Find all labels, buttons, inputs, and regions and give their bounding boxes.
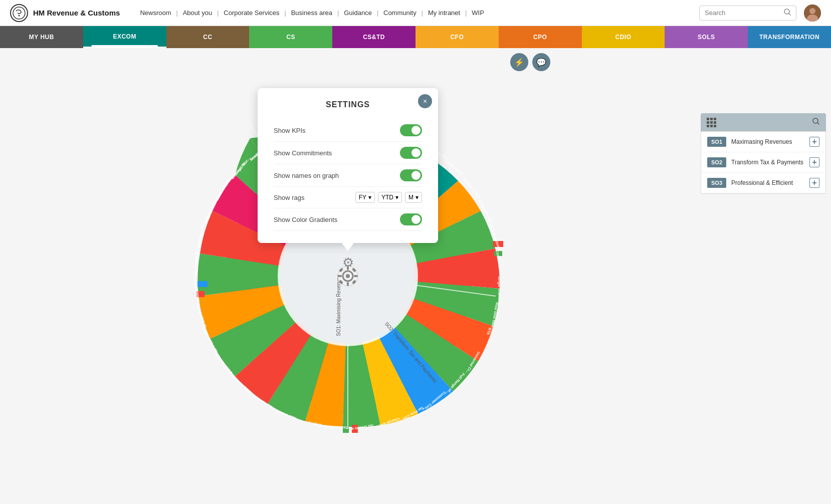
show-color-gradients-toggle[interactable]	[400, 213, 422, 225]
so3-item: SO3 Professional & Efficient +	[701, 173, 825, 193]
svg-line-79	[817, 123, 819, 124]
rags-m-select[interactable]: M ▾	[405, 192, 422, 203]
tab-cdio[interactable]: CDIO	[582, 26, 665, 48]
rags-ytd-select[interactable]: YTD ▾	[378, 192, 402, 203]
search-input[interactable]	[705, 9, 780, 17]
so1-badge: SO1	[707, 137, 726, 147]
tab-cpo[interactable]: CPO	[499, 26, 582, 48]
tab-cstd[interactable]: CS&TD	[332, 26, 415, 48]
rags-fy-select[interactable]: FY ▾	[355, 192, 375, 203]
svg-point-1	[19, 15, 20, 16]
svg-rect-13	[197, 281, 207, 287]
modal-title: SETTINGS	[274, 100, 422, 109]
tab-cfo[interactable]: CFO	[415, 26, 499, 48]
main-content: SO1: Maximising Revenues SO2: Transform …	[0, 48, 831, 504]
so3-label: Professional & Efficient	[731, 179, 804, 186]
chart-area: SO1: Maximising Revenues SO2: Transform …	[0, 48, 696, 504]
nav-about[interactable]: About you	[178, 9, 218, 17]
setting-show-rags: Show rags FY ▾ YTD ▾ M ▾	[274, 187, 422, 208]
setting-show-commitments: Show Commitments	[274, 142, 422, 164]
show-color-gradients-label: Show Color Gradients	[274, 216, 337, 223]
svg-rect-72	[338, 275, 342, 277]
logo-icon	[10, 4, 28, 22]
svg-point-69	[346, 274, 350, 278]
top-actions: ⚡ 💬	[510, 53, 550, 71]
settings-modal: × SETTINGS Show KPIs Show Commitments	[258, 88, 438, 243]
show-commitments-toggle[interactable]	[400, 147, 422, 159]
panel-search-icon[interactable]	[812, 117, 820, 127]
so3-badge: SO3	[707, 178, 726, 188]
main-nav: Newsroom | About you | Corporate Service…	[135, 9, 699, 17]
svg-rect-73	[354, 275, 358, 277]
show-names-toggle[interactable]	[400, 169, 422, 181]
avatar[interactable]	[804, 5, 821, 22]
show-kpis-toggle[interactable]	[400, 124, 422, 136]
grid-icon	[707, 118, 717, 127]
so1-label: Maximasing Revenues	[731, 138, 804, 145]
nav-tabs: MY HUB EXCOM CC CS CS&TD CFO CPO CDIO SO…	[0, 26, 831, 48]
lightning-button[interactable]: ⚡	[510, 53, 528, 71]
setting-show-names: Show names on graph	[274, 164, 422, 187]
so2-badge: SO2	[707, 157, 726, 167]
message-button[interactable]: 💬	[532, 53, 550, 71]
svg-line-3	[789, 14, 790, 15]
show-rags-label: Show rags	[274, 194, 304, 201]
tab-excom[interactable]: EXCOM	[83, 26, 166, 48]
so-items-list: SO1 Maximasing Revenues + SO2 Transform …	[701, 131, 826, 194]
nav-community[interactable]: Community	[378, 9, 422, 17]
nav-corporate[interactable]: Corporate Services	[219, 9, 284, 17]
gear-icon[interactable]: ⚙	[342, 255, 354, 271]
show-kpis-label: Show KPIs	[274, 127, 306, 134]
svg-text:Tax credits a...: Tax credits a...	[322, 425, 348, 430]
rags-selects: FY ▾ YTD ▾ M ▾	[355, 192, 422, 203]
show-names-label: Show names on graph	[274, 172, 339, 179]
tab-transformation[interactable]: TRANSFORMATION	[748, 26, 831, 48]
nav-guidance[interactable]: Guidance	[339, 9, 377, 17]
tab-cc[interactable]: CC	[166, 26, 250, 48]
svg-rect-71	[347, 282, 349, 286]
so2-label: Transform Tax & Payments	[731, 159, 804, 166]
tab-my-hub[interactable]: MY HUB	[0, 26, 83, 48]
nav-wip[interactable]: WIP	[467, 9, 489, 17]
so1-expand-button[interactable]: +	[809, 137, 819, 147]
so1-item: SO1 Maximasing Revenues +	[701, 132, 825, 152]
nav-business[interactable]: Business area	[286, 9, 337, 17]
right-panel: SO1 Maximasing Revenues + SO2 Transform …	[696, 48, 831, 504]
svg-point-5	[809, 8, 815, 14]
show-commitments-label: Show Commitments	[274, 149, 332, 157]
tab-cs[interactable]: CS	[249, 26, 332, 48]
search-bar[interactable]	[699, 6, 796, 21]
so2-expand-button[interactable]: +	[809, 157, 819, 167]
modal-close-button[interactable]: ×	[418, 94, 432, 108]
logo-text: HM Revenue & Customs	[33, 9, 120, 17]
svg-point-0	[13, 7, 25, 19]
nav-newsroom[interactable]: Newsroom	[135, 9, 176, 17]
so3-expand-button[interactable]: +	[809, 178, 819, 188]
search-icon	[784, 9, 791, 18]
setting-show-kpis: Show KPIs	[274, 119, 422, 142]
svg-text:Single financ...: Single financ...	[497, 276, 502, 303]
header: HM Revenue & Customs Newsroom | About yo…	[0, 0, 831, 26]
logo-area: HM Revenue & Customs	[10, 4, 120, 22]
setting-color-gradients: Show Color Gradients	[274, 208, 422, 231]
svg-text:SO1: Maximising Revenues: SO1: Maximising Revenues	[336, 275, 341, 336]
panel-header	[701, 113, 826, 131]
tab-sols[interactable]: SOLS	[665, 26, 748, 48]
nav-intranet[interactable]: My intranet	[423, 9, 465, 17]
so2-item: SO2 Transform Tax & Payments +	[701, 152, 825, 173]
